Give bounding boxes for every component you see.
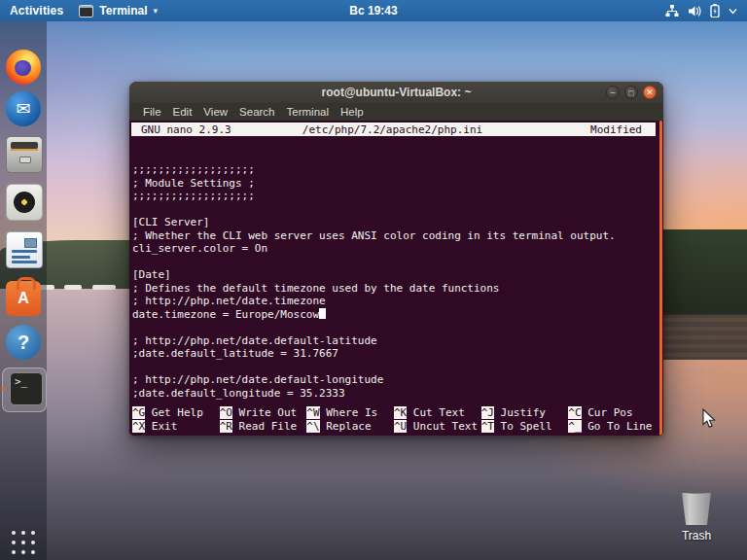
speaker-icon	[14, 192, 35, 213]
nano-shortcut: ^G Get Help	[132, 406, 220, 419]
nano-shortcut: ^X Exit	[132, 420, 220, 433]
nano-line: ; Defines the default timezone used by t…	[132, 282, 663, 296]
menu-item-file[interactable]: File	[137, 106, 167, 118]
mouse-cursor	[702, 408, 717, 429]
dock-item-terminal[interactable]: >_	[2, 368, 47, 412]
nano-shortcut: ^W Where Is	[306, 406, 394, 419]
nano-shortcut: ^_ Go To Line	[568, 420, 656, 433]
nano-line: ;date.default_latitude = 31.7667	[132, 347, 663, 361]
nano-line	[132, 321, 663, 334]
nano-line: ; http://php.net/date.timezone	[132, 295, 663, 308]
show-applications-button[interactable]	[11, 530, 36, 555]
nano-shortcut: ^J Justify	[481, 406, 569, 419]
trash-icon	[680, 490, 713, 525]
nano-line: ;date.default_longitude = 35.2333	[132, 387, 663, 401]
dock-item-files[interactable]	[6, 136, 43, 173]
nano-modified-status: Modified	[590, 123, 656, 136]
dock-item-firefox[interactable]	[6, 50, 41, 85]
menu-item-search[interactable]: Search	[233, 106, 280, 118]
nano-line: ; Whether the CLI web server uses ANSI c…	[132, 229, 663, 243]
terminal-content[interactable]: GNU nano 2.9.3 /etc/php/7.2/apache2/php.…	[129, 121, 663, 436]
desktop: Activities Terminal ▾ Вс 19:43	[0, 0, 747, 560]
nano-line: ; http://php.net/date.default-latitude	[132, 334, 663, 348]
question-mark-icon: ?	[18, 332, 29, 354]
window-title: root@ubuntu-VirtualBox: ~	[322, 86, 472, 99]
window-titlebar[interactable]: root@ubuntu-VirtualBox: ~ – ▢ ✕	[129, 82, 663, 103]
terminal-window: root@ubuntu-VirtualBox: ~ – ▢ ✕ FileEdit…	[129, 82, 663, 436]
nano-shortcut-bar: ^G Get Help^O Write Out^W Where Is^K Cut…	[132, 406, 656, 433]
dock-item-rhythmbox[interactable]	[6, 184, 43, 221]
close-button[interactable]: ✕	[643, 86, 657, 99]
dock-item-ubuntu-software[interactable]: A	[6, 281, 41, 316]
system-status-area[interactable]	[665, 4, 747, 18]
nano-line	[132, 151, 663, 164]
clock[interactable]: Вс 19:43	[0, 4, 747, 18]
nano-line	[132, 137, 663, 151]
dock-item-help[interactable]: ?	[6, 325, 41, 360]
nano-shortcut: ^K Cut Text	[394, 406, 481, 419]
running-indicator-dot	[1, 387, 5, 391]
nano-line: [Date]	[132, 268, 663, 282]
nano-shortcut: ^T To Spell	[481, 420, 569, 433]
trash-label: Trash	[669, 529, 724, 542]
nano-line: ;;;;;;;;;;;;;;;;;;;	[132, 163, 663, 177]
nano-line: [CLI Server]	[132, 216, 663, 229]
nano-shortcut: ^R Read File	[220, 420, 307, 433]
window-menubar: FileEditViewSearchTerminalHelp	[129, 103, 663, 121]
top-bar: Activities Terminal ▾ Вс 19:43	[0, 0, 747, 21]
dock-item-libreoffice-writer[interactable]	[6, 231, 43, 268]
volume-icon	[688, 5, 701, 18]
terminal-scrollbar[interactable]	[659, 121, 662, 436]
nano-line: ;;;;;;;;;;;;;;;;;;;	[132, 190, 663, 203]
menu-item-help[interactable]: Help	[335, 106, 370, 118]
nano-line: cli_server.color = On	[132, 242, 663, 256]
nano-editor-text: ;;;;;;;;;;;;;;;;;;;; Module Settings ;;;…	[129, 136, 663, 400]
text-cursor	[319, 308, 326, 319]
dock-item-thunderbird[interactable]: ✉	[6, 91, 41, 126]
trash[interactable]: Trash	[669, 490, 724, 542]
nano-line	[132, 256, 663, 269]
chevron-down-icon	[729, 8, 737, 15]
nano-line	[132, 361, 663, 374]
nano-line	[132, 203, 663, 217]
nano-line: ; Module Settings ;	[132, 177, 663, 191]
nano-shortcut: ^C Cur Pos	[568, 406, 656, 419]
nano-shortcut: ^U Uncut Text	[394, 420, 481, 433]
nano-line: ; http://php.net/date.default-longitude	[132, 373, 663, 387]
drawer-icon	[11, 142, 38, 151]
nano-shortcut: ^\ Replace	[306, 420, 394, 433]
nano-file-path: /etc/php/7.2/apache2/php.ini	[129, 123, 656, 136]
maximize-button[interactable]: ▢	[624, 86, 638, 99]
dock: ✉ A ? >_	[0, 21, 47, 560]
nano-shortcut: ^O Write Out	[220, 406, 307, 419]
terminal-icon: >_	[10, 372, 43, 405]
nano-line: date.timezone = Europe/Moscow	[132, 308, 663, 322]
minimize-button[interactable]: –	[606, 86, 620, 99]
battery-icon	[710, 4, 720, 18]
network-icon	[665, 5, 679, 18]
envelope-icon: ✉	[16, 98, 30, 120]
menu-item-view[interactable]: View	[197, 106, 233, 118]
menu-item-terminal[interactable]: Terminal	[281, 106, 335, 118]
nano-titlebar: GNU nano 2.9.3 /etc/php/7.2/apache2/php.…	[131, 122, 656, 136]
menu-item-edit[interactable]: Edit	[167, 106, 198, 118]
